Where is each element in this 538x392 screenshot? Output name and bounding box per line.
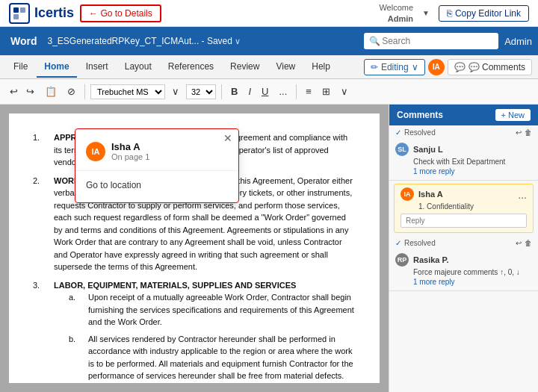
editing-label: Editing [381,62,409,72]
italic-button[interactable]: I [244,84,255,99]
para-heading-3: LABOR, EQUIPMENT, MATERIALS, SUPPLIES AN… [54,279,356,292]
comments-header: Comments + New [389,105,538,125]
comment-section-1: ✓ Resolved ↩ 🗑 SL Sanju L Check with Exi… [389,125,538,181]
welcome-label: Welcome [379,2,413,13]
comment-author-2: IA Isha A [401,187,443,201]
author-avatar-2: IA [401,187,414,201]
popup-close-icon[interactable]: ✕ [223,132,232,144]
underline-button[interactable]: U [258,84,272,99]
popup-user-name: Isha A [111,141,149,152]
undo-button[interactable]: ↩ [6,84,22,99]
comment-item-1: SL Sanju L Check with Exit Department 1 … [389,140,538,180]
comment-author-1: SL Sanju L [395,143,532,156]
popup-header: IA Isha A On page 1 [75,137,238,166]
bold-button[interactable]: B [227,84,241,99]
go-to-details-label: ← Go to Details [89,8,152,19]
search-wrapper: 🔍 [364,33,498,49]
tab-help[interactable]: Help [304,57,338,78]
more-format-button[interactable]: ... [275,84,291,99]
user-avatar[interactable]: IA [428,59,445,75]
list-button[interactable]: ≡ [302,84,315,99]
tab-home[interactable]: Home [37,57,76,78]
copy-editor-button[interactable]: ⎘ Copy Editor Link [439,5,529,22]
svg-rect-2 [13,14,19,19]
admin-name: Admin [379,13,413,24]
author-name-2: Isha A [418,190,443,199]
more-reply-1[interactable]: 1 more reply [413,167,532,175]
check-icon-1: ✓ [395,128,401,137]
more-options-icon[interactable]: ... [518,189,527,201]
delete-icon-3[interactable]: 🗑 [525,239,532,247]
divider-2 [221,84,222,99]
reply-input[interactable] [401,214,527,228]
clear-format-button[interactable]: ⊘ [64,84,79,99]
tab-review[interactable]: Review [223,57,267,78]
sub-label-b: b. [69,333,79,384]
clipboard-button[interactable]: 📋 [41,84,61,99]
para-num-2: 2. [33,175,45,273]
new-comment-button[interactable]: + New [495,109,531,121]
word-label: Word [6,34,42,49]
popup-avatar: IA [86,142,105,161]
redo-button[interactable]: ↪ [22,84,38,99]
comments-title: Comments [397,110,443,120]
size-select[interactable]: 32 [186,84,216,99]
top-bar-right: Welcome Admin ▼ ⎘ Copy Editor Link [379,2,529,24]
para-num-1: 1. [33,131,45,169]
more-list-button[interactable]: ∨ [337,84,352,99]
comment-text-2: 1. Confidentiality [418,202,527,211]
align-button[interactable]: ⊞ [318,84,334,99]
go-to-location-link[interactable]: Go to location [75,175,238,195]
delete-icon-1[interactable]: 🗑 [525,128,532,137]
sub-text-b: All services rendered by Contractor here… [88,333,356,384]
tab-layout[interactable]: Layout [117,57,159,78]
comments-list: ✓ Resolved ↩ 🗑 SL Sanju L Check with Exi… [389,125,538,392]
format-bar: ↩ ↪ 📋 ⊘ Trebuchet MS (... ∨ 32 B I U ...… [0,79,538,105]
search-input[interactable] [364,33,498,49]
admin-right-label: Admin [504,36,532,47]
sub-item-b: b. All services rendered by Contractor h… [69,333,356,384]
author-avatar-3: RP [395,253,409,267]
comment-status-resolved-3: ✓ Resolved ↩ 🗑 [389,236,538,250]
comment-item-3: RP Rasika P. Force majeure comments ↑, 0… [389,250,538,290]
font-select[interactable]: Trebuchet MS (... [90,84,165,99]
popup-divider [75,170,238,171]
comments-button[interactable]: 💬 💬 Comments [448,59,532,75]
tab-view[interactable]: View [268,57,303,78]
tab-file[interactable]: File [6,57,35,78]
para-num-3: 3. [33,279,45,384]
doc-name-text: 3_ESGeneratedRPKey_CT_ICMAut... - Saved [48,36,232,46]
undo-icon-1[interactable]: ↩ [516,128,522,137]
comments-label: 💬 Comments [469,62,525,72]
logo-text: Icertis [34,5,74,21]
pencil-icon: ✏ [371,62,378,72]
status-label-3: Resolved [404,239,436,247]
editing-button[interactable]: ✏ Editing ∨ [364,59,425,75]
author-avatar-1: SL [395,143,409,156]
sub-text-a: Upon receipt of a mutually agreeable Wor… [88,291,356,329]
share-icon: ⎘ [447,8,452,19]
tab-references[interactable]: References [161,57,221,78]
comment-icon: 💬 [454,62,466,72]
logo-icon [9,3,30,24]
svg-rect-0 [13,7,19,13]
admin-dropdown-icon[interactable]: ▼ [422,9,430,17]
go-to-details-button[interactable]: ← Go to Details [80,4,161,22]
search-icon: 🔍 [369,36,380,46]
more-reply-3[interactable]: 1 more reply [413,278,532,286]
word-bar: Word 3_ESGeneratedRPKey_CT_ICMAut... - S… [0,27,538,55]
document-name: 3_ESGeneratedRPKey_CT_ICMAut... - Saved … [48,36,359,46]
comment-status-resolved-1: ✓ Resolved ↩ 🗑 [389,125,538,140]
sub-item-a: a. Upon receipt of a mutually agreeable … [69,291,356,329]
para-content-3: LABOR, EQUIPMENT, MATERIALS, SUPPLIES AN… [54,279,356,384]
divider-3 [296,84,297,99]
undo-redo-group: ↩ ↪ [6,84,38,99]
font-dropdown-button[interactable]: ∨ [168,84,183,99]
popup-on-page: On page 1 [111,152,149,161]
tab-insert[interactable]: Insert [78,57,116,78]
copy-editor-label: Copy Editor Link [455,8,521,19]
undo-icon-3[interactable]: ↩ [516,239,522,247]
document-area: 1. APPROVED VENDORS. Upon execution of t… [0,105,389,392]
status-label-1: Resolved [404,128,436,137]
chevron-down-icon: ∨ [412,62,418,72]
